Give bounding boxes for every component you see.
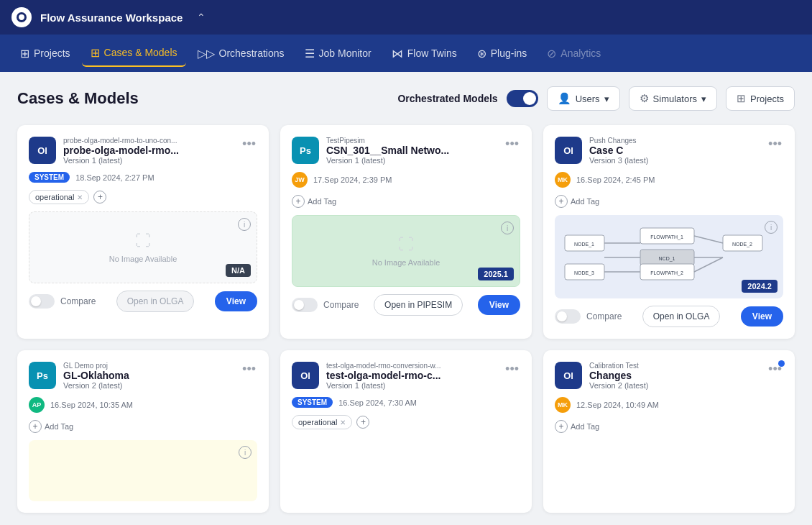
card-avatar: Ps <box>29 362 56 389</box>
orchestrated-label: Orchestrated Models <box>397 93 497 104</box>
nav-orchestrations[interactable]: ▷▷ Orchestrations <box>189 41 293 66</box>
card-test-olga: Ol test-olga-model-rmo-conversion-w... t… <box>280 350 532 513</box>
card-menu-button[interactable]: ••• <box>241 362 257 376</box>
projects-icon: ⊞ <box>20 47 29 60</box>
compare-area: Compare <box>555 309 622 324</box>
no-image-icon: ⛶ <box>398 235 414 254</box>
open-olga-button[interactable]: Open in OLGA <box>116 291 195 312</box>
card-version: Version 1 (latest) <box>63 156 234 165</box>
add-tag-icon: + <box>555 420 568 433</box>
card-menu-button[interactable]: ••• <box>767 137 783 151</box>
tag-operational: operational ✕ <box>29 190 89 204</box>
card-name: Changes <box>589 370 760 381</box>
card-subtitle: probe-olga-model-rmo-to-uno-con... <box>63 137 234 145</box>
card-avatar: Ps <box>292 137 319 164</box>
compare-label: Compare <box>60 296 96 306</box>
card-version: Version 1 (latest) <box>326 156 497 165</box>
card-header: Ol test-olga-model-rmo-conversion-w... t… <box>292 362 520 390</box>
projects-button[interactable]: ⊞ Projects <box>726 86 795 111</box>
card-title-block: TestPipesim CSN_301__Small Netwo... Vers… <box>326 137 497 165</box>
card-tags: + Add Tag <box>555 420 783 433</box>
card-image: i ⛶ No Image Available N/A <box>29 211 257 283</box>
add-tag-icon: + <box>29 420 42 433</box>
users-button[interactable]: 👤 Users ▾ <box>547 86 620 111</box>
card-header: Ol Push Changes Case C Version 3 (latest… <box>555 137 783 165</box>
nav-flow-twins[interactable]: ⋈ Flow Twins <box>383 41 466 66</box>
card-menu-button[interactable]: ••• <box>504 362 520 376</box>
card-header: Ol Calibration Test Changes Version 2 (l… <box>555 362 783 390</box>
system-badge: SYSTEM <box>292 397 333 408</box>
card-footer: Compare Open in OLGA View <box>29 291 257 312</box>
card-meta: AP 16.Sep 2024, 10:35 AM <box>29 397 257 413</box>
add-tag-icon: + <box>356 416 369 429</box>
card-title-block: probe-olga-model-rmo-to-uno-con... probe… <box>63 137 234 165</box>
svg-text:NODE_3: NODE_3 <box>574 270 594 276</box>
add-tag-button[interactable]: + Add Tag <box>555 195 599 208</box>
add-tag-button[interactable]: + <box>356 416 369 429</box>
card-name: test-olga-model-rmo-c... <box>326 370 497 381</box>
analytics-icon: ⊘ <box>547 47 556 60</box>
card-image: i <box>29 440 257 501</box>
card-version: Version 2 (latest) <box>63 381 234 390</box>
card-gl-oklahoma: Ps GL Demo proj GL-Oklahoma Version 2 (l… <box>17 350 269 513</box>
card-menu-button[interactable]: ••• <box>241 137 257 151</box>
info-icon[interactable]: i <box>238 218 251 231</box>
logo-inner <box>17 12 27 22</box>
open-olga-button[interactable]: Open in OLGA <box>642 306 721 327</box>
card-subtitle: GL Demo proj <box>63 362 234 370</box>
info-icon[interactable]: i <box>501 222 514 234</box>
card-menu-wrapper: ••• <box>767 362 783 377</box>
compare-toggle[interactable] <box>292 298 318 312</box>
card-image: i NODE_1 FLOWPATH_1 NCD_1 NODE_2 <box>555 215 783 298</box>
tag-remove[interactable]: ✕ <box>77 193 83 201</box>
view-button[interactable]: View <box>478 295 520 315</box>
job-monitor-icon: ☰ <box>305 47 315 60</box>
add-tag-button[interactable]: + Add Tag <box>29 420 73 433</box>
user-avatar: MK <box>555 397 571 413</box>
card-title-block: Push Changes Case C Version 3 (latest) <box>589 137 760 165</box>
open-pipesim-button[interactable]: Open in PIPESIM <box>374 294 463 316</box>
card-menu-wrapper: ••• <box>504 362 520 377</box>
card-meta: MK 16.Sep 2024, 2:45 PM <box>555 172 783 188</box>
add-tag-button[interactable]: + Add Tag <box>292 195 336 208</box>
card-header: Ps GL Demo proj GL-Oklahoma Version 2 (l… <box>29 362 257 390</box>
compare-toggle[interactable] <box>29 294 55 309</box>
nav-cases-models[interactable]: ⊞ Cases & Models <box>82 40 186 67</box>
view-button[interactable]: View <box>215 291 257 311</box>
cards-grid: Ol probe-olga-model-rmo-to-uno-con... pr… <box>17 125 795 513</box>
info-icon[interactable]: i <box>239 446 252 459</box>
info-icon[interactable]: i <box>765 221 778 234</box>
card-version: Version 3 (latest) <box>589 156 760 165</box>
top-nav: Flow Assurance Workspace ⌃ <box>0 0 812 35</box>
view-button[interactable]: View <box>741 306 783 327</box>
nav-analytics[interactable]: ⊘ Analytics <box>538 41 609 66</box>
nav-chevron-icon: ⌃ <box>197 12 206 23</box>
meta-date: 17.Sep 2024, 2:39 PM <box>313 175 392 184</box>
nav-projects[interactable]: ⊞ Projects <box>11 41 79 66</box>
card-menu-wrapper: ••• <box>504 137 520 152</box>
add-tag-icon: + <box>555 195 568 208</box>
card-meta: SYSTEM 16.Sep 2024, 7:30 AM <box>292 397 520 408</box>
card-avatar: Ol <box>292 362 319 389</box>
compare-toggle[interactable] <box>555 309 581 324</box>
na-badge: N/A <box>226 264 251 277</box>
compare-label: Compare <box>586 311 622 321</box>
svg-text:FLOWPATH_2: FLOWPATH_2 <box>650 270 683 276</box>
card-probe-olga: Ol probe-olga-model-rmo-to-uno-con... pr… <box>17 125 269 339</box>
card-image: i ⛶ No Image Available 2025.1 <box>292 215 520 287</box>
app-logo <box>11 7 32 27</box>
meta-date: 16.Sep 2024, 7:30 AM <box>338 398 417 407</box>
card-version: Version 1 (latest) <box>326 381 497 390</box>
simulators-button[interactable]: ⚙ Simulators ▾ <box>629 86 717 111</box>
nav-job-monitor[interactable]: ☰ Job Monitor <box>296 41 380 66</box>
orchestrated-toggle[interactable] <box>507 90 538 107</box>
card-menu-button[interactable]: ••• <box>504 137 520 151</box>
page-header: Cases & Models Orchestrated Models 👤 Use… <box>17 86 795 111</box>
nav-plug-ins[interactable]: ⊛ Plug-ins <box>469 41 536 66</box>
card-name: CSN_301__Small Netwo... <box>326 145 497 156</box>
tag-remove[interactable]: ✕ <box>340 419 346 426</box>
svg-line-7 <box>694 236 723 243</box>
card-meta: JW 17.Sep 2024, 2:39 PM <box>292 172 520 188</box>
add-tag-button[interactable]: + Add Tag <box>555 420 599 433</box>
add-tag-button[interactable]: + <box>93 191 106 204</box>
